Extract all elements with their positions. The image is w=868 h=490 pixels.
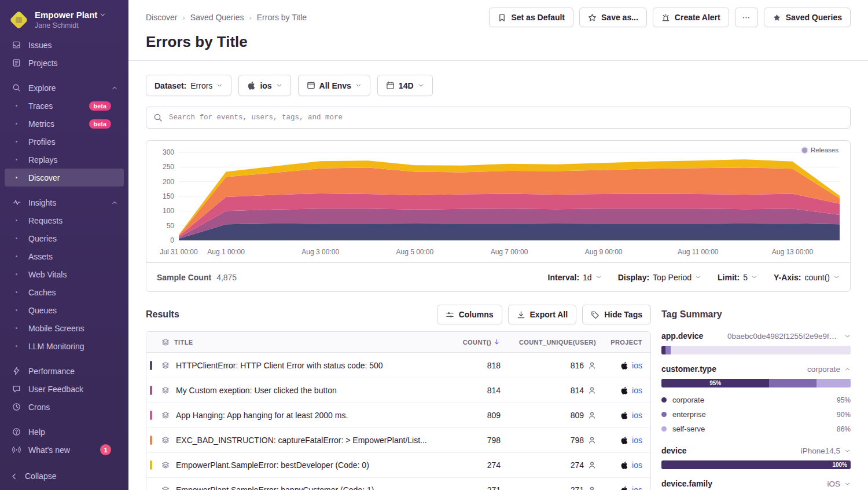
tag-value-row[interactable]: corporate95% bbox=[661, 393, 851, 407]
set-as-default-button[interactable]: Set as Default bbox=[489, 8, 573, 27]
sidebar-section-insights[interactable]: Insights bbox=[5, 193, 124, 211]
tag-summary-title: Tag Summary bbox=[661, 309, 722, 320]
table-row[interactable]: My Custom exeption: User clicked the but… bbox=[146, 378, 650, 403]
saved-queries-button[interactable]: Saved Queries bbox=[764, 8, 851, 27]
sidebar-item-projects[interactable]: Projects bbox=[5, 54, 124, 72]
tag-value-row[interactable]: enterprise90% bbox=[661, 407, 851, 422]
apple-icon bbox=[620, 361, 628, 370]
column-header-title[interactable]: TITLE bbox=[174, 339, 448, 346]
chevron-down-icon bbox=[100, 12, 106, 18]
sidebar-item-queues[interactable]: Queues bbox=[5, 301, 124, 319]
stack-icon[interactable] bbox=[157, 411, 174, 419]
event-title-link[interactable]: App Hanging: App hanging for at least 20… bbox=[174, 411, 448, 420]
releases-legend[interactable]: Releases bbox=[802, 147, 838, 153]
hide-tags-button[interactable]: Hide Tags bbox=[582, 305, 651, 324]
interval-dropdown[interactable]: Interval: 1d bbox=[548, 273, 602, 282]
event-title-link[interactable]: My Custom exeption: User clicked the but… bbox=[174, 386, 448, 395]
sidebar-item-assets[interactable]: Assets bbox=[5, 247, 124, 265]
sidebar-item-metrics[interactable]: Metricsbeta bbox=[5, 115, 124, 133]
yaxis-dropdown[interactable]: Y-Axis: count() bbox=[774, 273, 840, 282]
project-link[interactable]: ios bbox=[632, 411, 642, 420]
event-title-link[interactable]: EmpowerPlant.SampleError: happyCustomer … bbox=[174, 485, 448, 490]
sidebar-item-requests[interactable]: Requests bbox=[5, 211, 124, 229]
org-switcher[interactable]: Empower Plant Jane Schmidt bbox=[0, 6, 128, 32]
sidebar-item-performance[interactable]: Performance bbox=[5, 362, 124, 380]
create-alert-button[interactable]: Create Alert bbox=[653, 8, 729, 27]
events-chart[interactable]: Releases 050100150200250300Jul 31 00:00A… bbox=[146, 141, 850, 262]
sidebar-item-web-vitals[interactable]: Web Vitals bbox=[5, 265, 124, 283]
sidebar-item-traces[interactable]: Tracesbeta bbox=[5, 97, 124, 115]
stack-icon[interactable] bbox=[157, 436, 174, 444]
display-dropdown[interactable]: Display: Top Period bbox=[618, 273, 701, 282]
limit-dropdown[interactable]: Limit: 5 bbox=[718, 273, 757, 282]
stack-icon[interactable] bbox=[157, 486, 174, 490]
tag-value-row[interactable]: self-serve86% bbox=[661, 422, 851, 436]
sidebar-collapse-button[interactable]: Collapse bbox=[0, 462, 128, 490]
columns-button[interactable]: Columns bbox=[437, 305, 502, 324]
sidebar-item-issues[interactable]: Issues bbox=[5, 36, 124, 54]
sidebar-item-profiles[interactable]: Profiles bbox=[5, 133, 124, 151]
breadcrumb-discover[interactable]: Discover bbox=[146, 13, 177, 22]
svg-text:Aug 5 00:00: Aug 5 00:00 bbox=[396, 248, 433, 256]
column-header-project[interactable]: PROJECT bbox=[596, 339, 642, 346]
project-link[interactable]: ios bbox=[632, 386, 642, 395]
table-row[interactable]: App Hanging: App hanging for at least 20… bbox=[146, 403, 650, 427]
save-as-button[interactable]: Save as... bbox=[579, 8, 647, 27]
help-icon bbox=[10, 427, 22, 436]
user-name: Jane Schmidt bbox=[35, 21, 106, 30]
export-all-button[interactable]: Export All bbox=[508, 305, 577, 324]
stack-icon[interactable] bbox=[157, 386, 174, 394]
project-cell: ios bbox=[596, 361, 642, 370]
svg-text:Aug 13 00:00: Aug 13 00:00 bbox=[772, 248, 814, 256]
environment-selector[interactable]: All Envs bbox=[298, 75, 370, 96]
breadcrumb-separator: › bbox=[182, 13, 185, 22]
project-link[interactable]: ios bbox=[632, 460, 642, 470]
unique-count-cell: 814 bbox=[501, 386, 596, 395]
chevron-up-icon bbox=[111, 199, 118, 206]
stack-icon[interactable] bbox=[157, 361, 174, 370]
sidebar-item-help[interactable]: Help bbox=[5, 423, 124, 441]
project-link[interactable]: ios bbox=[632, 485, 642, 490]
tag-header[interactable]: deviceiPhone14,5 bbox=[661, 446, 851, 455]
sidebar-item-caches[interactable]: Caches bbox=[5, 283, 124, 301]
project-link[interactable]: ios bbox=[632, 361, 642, 370]
column-header-count[interactable]: COUNT() bbox=[448, 338, 501, 346]
sidebar-item-llm-monitoring[interactable]: LLM Monitoring bbox=[5, 337, 124, 355]
project-cell: ios bbox=[596, 411, 642, 420]
sidebar-item-discover[interactable]: Discover bbox=[5, 169, 124, 187]
tag-header[interactable]: device.familyiOS bbox=[661, 479, 851, 488]
sidebar-item-mobile-screens[interactable]: Mobile Screens bbox=[5, 319, 124, 337]
sidebar-item-queries[interactable]: Queries bbox=[5, 229, 124, 247]
sidebar-item-crons[interactable]: Crons bbox=[5, 398, 124, 416]
apple-icon bbox=[620, 461, 628, 469]
sidebar-item-what-s-new[interactable]: What's new1 bbox=[5, 441, 124, 459]
search-input[interactable] bbox=[168, 113, 843, 122]
event-title-link[interactable]: EmpowerPlant.SampleError: bestDeveloper … bbox=[174, 460, 448, 470]
column-header-count-unique[interactable]: COUNT_UNIQUE(USER) bbox=[501, 339, 596, 346]
breadcrumb-saved-queries[interactable]: Saved Queries bbox=[190, 13, 244, 22]
event-title-link[interactable]: HTTPClientError: HTTP Client Error with … bbox=[174, 361, 448, 370]
columns-icon bbox=[446, 310, 454, 319]
project-link[interactable]: ios bbox=[632, 436, 642, 445]
project-selector[interactable]: ios bbox=[238, 75, 290, 96]
table-row[interactable]: EmpowerPlant.SampleError: bestDeveloper … bbox=[146, 452, 650, 477]
svg-text:100: 100 bbox=[163, 207, 174, 215]
tag-header[interactable]: app.device0baebc0de4982f1255f2e9e9fb7… bbox=[661, 331, 851, 341]
sidebar-item-replays[interactable]: Replays bbox=[5, 151, 124, 169]
page-title: Errors by Title bbox=[146, 33, 851, 51]
stack-icon[interactable] bbox=[157, 461, 174, 469]
date-range-selector[interactable]: 14D bbox=[377, 75, 433, 96]
sidebar-section-explore[interactable]: Explore bbox=[5, 79, 124, 97]
bullet-dot bbox=[10, 327, 22, 329]
bullet-dot bbox=[10, 141, 22, 142]
whatsnew-icon bbox=[10, 445, 22, 454]
table-row[interactable]: EXC_BAD_INSTRUCTION: captureFatalError: … bbox=[146, 427, 650, 452]
apple-icon bbox=[620, 436, 628, 444]
sidebar-item-user-feedback[interactable]: User Feedback bbox=[5, 380, 124, 398]
tag-header[interactable]: customer.typecorporate bbox=[661, 364, 851, 374]
more-options-button[interactable] bbox=[735, 8, 758, 27]
table-row[interactable]: HTTPClientError: HTTP Client Error with … bbox=[146, 353, 650, 378]
table-row[interactable]: EmpowerPlant.SampleError: happyCustomer … bbox=[146, 477, 650, 490]
dataset-selector[interactable]: Dataset: Errors bbox=[146, 75, 231, 96]
event-title-link[interactable]: EXC_BAD_INSTRUCTION: captureFatalError: … bbox=[174, 436, 448, 445]
